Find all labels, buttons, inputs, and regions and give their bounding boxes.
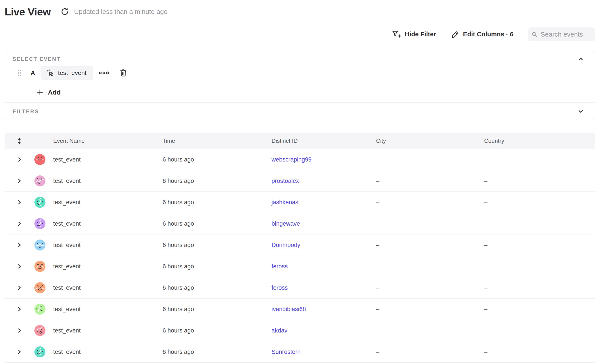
table-row[interactable]: test_event 6 hours ago jashkenas – – [5, 192, 595, 213]
distinct-id-link[interactable]: Dorimoody [272, 242, 300, 248]
table-row[interactable]: test_event 6 hours ago prostoalex – – [5, 170, 595, 192]
expand-row-button[interactable] [16, 263, 22, 269]
cell-country: – [484, 349, 595, 355]
avatar [34, 346, 45, 357]
delete-event-button[interactable] [119, 68, 128, 77]
filters-label: FILTERS [13, 108, 39, 115]
avatar [34, 282, 45, 293]
distinct-id-link[interactable]: webscraping99 [272, 156, 312, 163]
table-row[interactable]: test_event 6 hours ago ivandiblasi68 – – [5, 299, 595, 320]
cell-city: – [376, 327, 484, 334]
table-row[interactable]: test_event 6 hours ago akdav – – [5, 320, 595, 341]
distinct-id-link[interactable]: feross [272, 263, 288, 270]
event-more-button[interactable] [99, 71, 109, 75]
collapse-all-cell[interactable] [5, 137, 29, 145]
query-builder-panel: SELECT EVENT A [5, 51, 595, 120]
cell-country: – [484, 306, 595, 313]
event-chip[interactable]: test_event [41, 66, 93, 80]
chevron-right-icon [16, 221, 22, 226]
avatar-face-icon [34, 261, 45, 272]
chevron-right-icon [16, 306, 22, 312]
avatar [34, 154, 45, 165]
cell-event-name: test_event [53, 285, 163, 291]
distinct-id-link[interactable]: ivandiblasi68 [272, 306, 306, 312]
add-event-button[interactable]: Add [36, 89, 61, 96]
table-row[interactable]: test_event 6 hours ago Sunrostern – – [5, 341, 595, 363]
cell-event-name: test_event [53, 327, 163, 334]
chevron-right-icon [16, 349, 22, 355]
cell-time: 6 hours ago [163, 349, 272, 355]
cell-country: – [484, 156, 595, 163]
avatar-face-icon [34, 154, 45, 165]
search-input[interactable] [541, 31, 591, 38]
table-header-row: Event Name Time Distinct ID City Country [5, 133, 595, 149]
table-row[interactable]: test_event 6 hours ago feross – – [5, 277, 595, 299]
search-box[interactable] [528, 27, 595, 41]
table-row[interactable]: test_event 6 hours ago feross – – [5, 256, 595, 277]
avatar-face-icon [34, 175, 45, 186]
expand-row-button[interactable] [16, 242, 22, 248]
cell-city: – [376, 199, 484, 206]
expand-row-button[interactable] [16, 349, 22, 355]
cell-city: – [376, 242, 484, 248]
cursor-click-icon [46, 69, 55, 77]
cell-time: 6 hours ago [163, 327, 272, 334]
expand-row-button[interactable] [16, 285, 22, 291]
add-row: Add [13, 89, 584, 96]
cell-city: – [376, 306, 484, 313]
cell-time: 6 hours ago [163, 263, 272, 270]
drag-handle[interactable] [17, 69, 22, 77]
cell-country: – [484, 242, 595, 248]
avatar [34, 197, 45, 208]
expand-row-button[interactable] [16, 328, 22, 333]
cell-country: – [484, 199, 595, 206]
expand-row-button[interactable] [16, 199, 22, 205]
select-event-section: SELECT EVENT A [5, 51, 595, 103]
table-row[interactable]: test_event 6 hours ago Dorimoody – – [5, 234, 595, 256]
cell-event-name: test_event [53, 220, 163, 227]
distinct-id-link[interactable]: feross [272, 285, 288, 291]
distinct-id-link[interactable]: Sunrostern [272, 349, 301, 355]
page-title: Live View [5, 6, 51, 18]
more-dots-icon [99, 71, 109, 75]
cell-country: – [484, 285, 595, 291]
distinct-id-link[interactable]: jashkenas [272, 199, 298, 206]
cell-time: 6 hours ago [163, 178, 272, 184]
col-city: City [376, 138, 484, 144]
distinct-id-link[interactable]: bingewave [272, 220, 300, 227]
table-row[interactable]: test_event 6 hours ago bingewave – – [5, 213, 595, 234]
hide-filter-label: Hide Filter [405, 31, 436, 38]
refresh-button[interactable] [60, 7, 70, 16]
avatar-face-icon [34, 346, 45, 357]
expand-row-button[interactable] [16, 157, 22, 162]
pencil-icon [451, 30, 459, 39]
distinct-id-link[interactable]: akdav [272, 327, 287, 334]
hide-filter-button[interactable]: Hide Filter [392, 30, 436, 38]
avatar [34, 261, 45, 272]
title-row: Live View Updated less than a minute ago [5, 5, 595, 18]
event-chip-label: test_event [58, 69, 86, 77]
events-table: Event Name Time Distinct ID City Country… [5, 133, 595, 363]
avatar [34, 175, 45, 186]
distinct-id-link[interactable]: prostoalex [272, 178, 299, 184]
table-row[interactable]: test_event 6 hours ago webscraping99 – – [5, 149, 595, 170]
chevron-right-icon [16, 157, 22, 162]
series-letter: A [30, 69, 36, 77]
cell-time: 6 hours ago [163, 285, 272, 291]
cell-time: 6 hours ago [163, 156, 272, 163]
expand-row-button[interactable] [16, 306, 22, 312]
collapse-section-button[interactable] [578, 56, 584, 62]
edit-columns-label: Edit Columns · 6 [463, 31, 513, 38]
avatar [34, 218, 45, 229]
event-row: A test_event [13, 66, 584, 80]
expand-filters-button[interactable] [578, 108, 584, 115]
expand-row-button[interactable] [16, 178, 22, 184]
avatar-face-icon [34, 282, 45, 293]
edit-columns-button[interactable]: Edit Columns · 6 [451, 30, 513, 39]
chevron-right-icon [16, 199, 22, 205]
plus-icon [36, 89, 43, 96]
cell-event-name: test_event [53, 156, 163, 163]
expand-row-button[interactable] [16, 221, 22, 226]
refresh-icon [61, 8, 69, 16]
avatar [34, 325, 45, 336]
